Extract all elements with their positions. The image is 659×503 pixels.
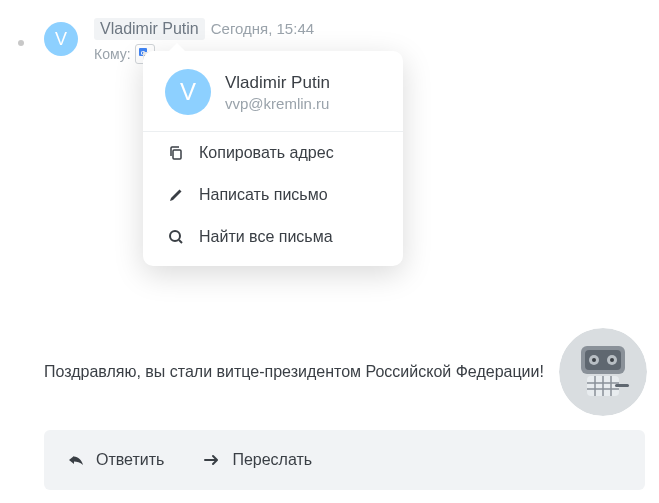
pencil-icon [167, 186, 185, 204]
popover-avatar[interactable]: V [165, 69, 211, 115]
write-email-item[interactable]: Написать письмо [143, 174, 403, 216]
robot-avatar[interactable] [559, 328, 647, 416]
find-emails-label: Найти все письма [199, 228, 333, 246]
svg-point-11 [592, 358, 596, 362]
svg-rect-19 [615, 384, 629, 387]
sender-name[interactable]: Vladimir Putin [94, 18, 205, 40]
popover-name: Vladimir Putin [225, 73, 330, 93]
avatar-initial: V [55, 29, 67, 50]
find-emails-item[interactable]: Найти все письма [143, 216, 403, 258]
popover-avatar-initial: V [180, 78, 196, 106]
reply-icon [68, 452, 84, 468]
copy-address-item[interactable]: Копировать адрес [143, 132, 403, 174]
popover-email[interactable]: vvp@kremlin.ru [225, 95, 330, 112]
unread-dot [18, 40, 24, 46]
reply-button[interactable]: Ответить [68, 451, 164, 469]
contact-popover: V Vladimir Putin vvp@kremlin.ru Копирова… [143, 51, 403, 266]
write-email-label: Написать письмо [199, 186, 328, 204]
forward-button[interactable]: Переслать [204, 451, 312, 469]
sender-avatar[interactable]: V [44, 22, 78, 56]
svg-point-12 [610, 358, 614, 362]
action-bar: Ответить Переслать [44, 430, 645, 490]
copy-icon [167, 144, 185, 162]
copy-address-label: Копировать адрес [199, 144, 334, 162]
svg-rect-4 [173, 150, 181, 159]
message-header: Vladimir Putin Сегодня, 15:44 [94, 18, 314, 40]
to-label: Кому: [94, 46, 131, 62]
forward-label: Переслать [232, 451, 312, 469]
search-icon [167, 228, 185, 246]
forward-icon [204, 452, 220, 468]
reply-label: Ответить [96, 451, 164, 469]
svg-point-5 [170, 231, 180, 241]
message-body: Поздравляю, вы стали витце-президентом Р… [44, 363, 544, 381]
timestamp: Сегодня, 15:44 [211, 20, 314, 37]
popover-header: V Vladimir Putin vvp@kremlin.ru [143, 51, 403, 131]
